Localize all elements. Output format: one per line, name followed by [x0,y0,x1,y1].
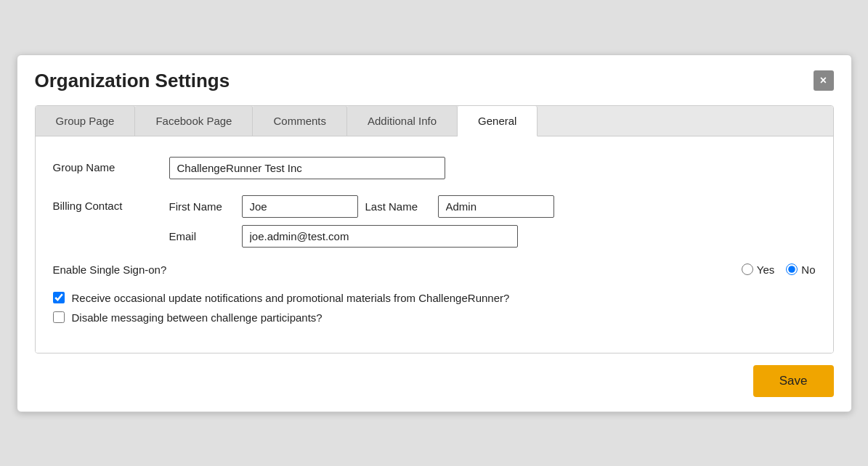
group-name-label: Group Name [53,157,169,173]
billing-contact-label: Billing Contact [53,195,169,212]
email-input[interactable] [242,225,518,248]
sso-yes-option[interactable]: Yes [742,263,774,276]
checkbox2-row: Disable messaging between challenge part… [53,311,816,324]
email-row: Email [169,225,816,248]
first-name-label: First Name [169,200,235,213]
sso-yes-label: Yes [757,263,774,276]
first-name-input[interactable] [242,195,358,218]
organization-settings-modal: Organization Settings × Group Page Faceb… [17,54,852,412]
tab-group-page[interactable]: Group Page [36,106,136,136]
sso-row: Enable Single Sign-on? Yes No [53,263,816,276]
billing-contact-row: Billing Contact First Name Last Name Ema… [53,195,816,248]
group-name-input[interactable] [169,157,445,179]
checkbox1-input[interactable] [53,292,65,303]
close-button[interactable]: × [814,70,834,91]
checkbox2-label: Disable messaging between challenge part… [72,311,323,324]
last-name-input[interactable] [438,195,554,218]
tab-facebook-page[interactable]: Facebook Page [135,106,253,136]
tabs-bar: Group Page Facebook Page Comments Additi… [36,106,833,136]
checkbox1-row: Receive occasional update notifications … [53,292,816,304]
sso-no-label: No [801,263,815,276]
billing-field-group: First Name Last Name Email [169,195,816,248]
modal-title: Organization Settings [35,70,230,92]
sso-no-option[interactable]: No [786,263,815,276]
tab-content-general: Group Name Billing Contact First Name La… [36,136,833,353]
email-label: Email [169,230,235,242]
sso-label: Enable Single Sign-on? [53,263,742,276]
sso-no-radio[interactable] [786,263,798,275]
checkbox1-label: Receive occasional update notifications … [72,292,510,304]
last-name-label: Last Name [365,200,431,213]
group-name-row: Group Name [53,157,816,179]
tabs-container: Group Page Facebook Page Comments Additi… [35,105,834,353]
tab-general[interactable]: General [458,106,538,136]
group-name-field-group [169,157,816,179]
save-button[interactable]: Save [753,365,834,397]
checkbox2-input[interactable] [53,311,65,323]
billing-name-row: First Name Last Name [169,195,816,218]
modal-header: Organization Settings × [35,70,834,92]
sso-options: Yes No [742,263,816,276]
tab-additional-info[interactable]: Additional Info [347,106,458,136]
tab-comments[interactable]: Comments [253,106,347,136]
modal-footer: Save [35,365,834,397]
sso-yes-radio[interactable] [742,263,753,275]
